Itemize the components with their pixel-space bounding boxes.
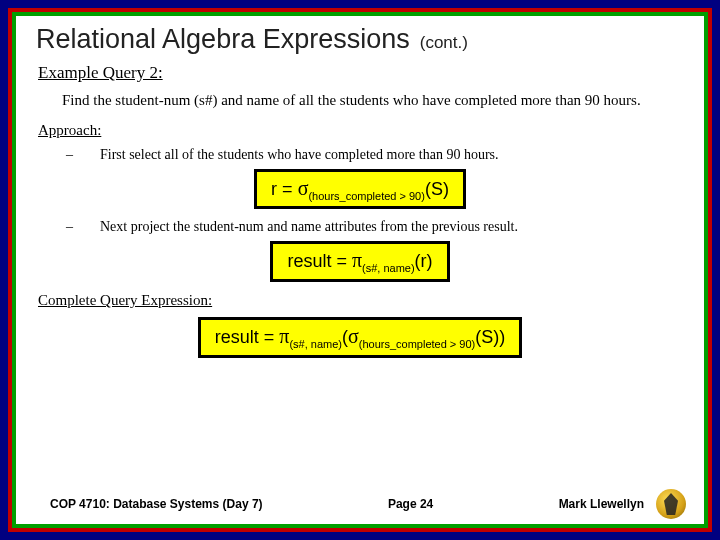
- step-row-1: – First select all of the students who h…: [66, 147, 682, 163]
- formula-project: result = π(s#, name)(r): [270, 241, 449, 282]
- formula-arg: (S)): [475, 327, 505, 347]
- pi-symbol: π: [352, 249, 362, 271]
- slide-footer: COP 4710: Database Systems (Day 7) Page …: [16, 484, 704, 524]
- formula-lhs: result =: [215, 327, 280, 347]
- formula-arg: (r): [415, 251, 433, 271]
- approach-heading: Approach:: [38, 122, 682, 139]
- step-text: Next project the student-num and name at…: [100, 219, 518, 235]
- query-text: Find the student-num (s#) and name of al…: [62, 91, 682, 110]
- formula-lhs: r =: [271, 179, 298, 199]
- sigma-symbol: σ: [298, 177, 309, 199]
- title-row: Relational Algebra Expressions (cont.): [16, 16, 704, 57]
- complete-heading: Complete Query Expression:: [38, 292, 682, 309]
- footer-author: Mark Llewellyn: [559, 497, 644, 511]
- dash-icon: –: [66, 147, 78, 163]
- footer-page: Page 24: [388, 497, 433, 511]
- formula-sub2: (hours_completed > 90): [359, 338, 475, 350]
- slide-content: Example Query 2: Find the student-num (s…: [16, 57, 704, 484]
- step-row-2: – Next project the student-num and name …: [66, 219, 682, 235]
- dash-icon: –: [66, 219, 78, 235]
- formula-sub1: (s#, name): [289, 338, 342, 350]
- footer-right: Mark Llewellyn: [559, 489, 686, 519]
- footer-course: COP 4710: Database Systems (Day 7): [50, 497, 263, 511]
- formula-sub: (s#, name): [362, 262, 415, 274]
- formula-lhs: result =: [287, 251, 352, 271]
- pi-symbol: π: [279, 325, 289, 347]
- slide-title-cont: (cont.): [420, 33, 468, 53]
- slide-inner: Relational Algebra Expressions (cont.) E…: [12, 12, 708, 528]
- formula-arg: (S): [425, 179, 449, 199]
- slide-title: Relational Algebra Expressions: [36, 24, 410, 55]
- example-heading: Example Query 2:: [38, 63, 682, 83]
- ucf-logo-icon: [656, 489, 686, 519]
- formula-complete: result = π(s#, name)(σ(hours_completed >…: [198, 317, 522, 358]
- sigma-symbol: σ: [348, 325, 359, 347]
- slide-frame: Relational Algebra Expressions (cont.) E…: [0, 0, 720, 540]
- step-text: First select all of the students who hav…: [100, 147, 499, 163]
- formula-sub: (hours_completed > 90): [308, 189, 424, 201]
- formula-select: r = σ(hours_completed > 90)(S): [254, 169, 466, 210]
